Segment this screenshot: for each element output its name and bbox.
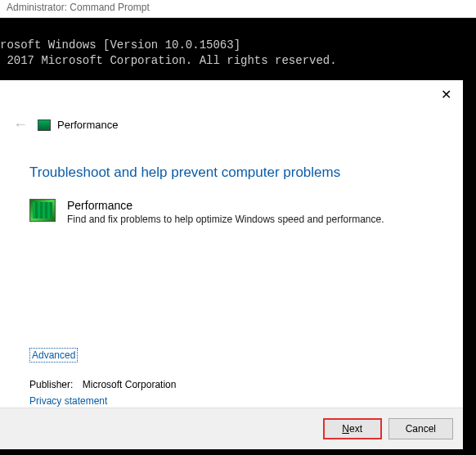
publisher-name: Microsoft Corporation — [83, 379, 177, 390]
item-text: Performance Find and fix problems to hel… — [67, 199, 384, 225]
troubleshooter-item: Performance Find and fix problems to hel… — [29, 199, 433, 225]
close-icon[interactable]: ✕ — [441, 87, 451, 102]
dialog-content: Troubleshoot and help prevent computer p… — [0, 133, 463, 408]
publisher-label: Publisher: — [29, 379, 73, 390]
cancel-button[interactable]: Cancel — [388, 418, 453, 439]
dialog-footer: Next Cancel — [0, 408, 463, 449]
cmd-version-line: rosoft Windows [Version 10.0.15063] — [0, 38, 240, 52]
main-heading: Troubleshoot and help prevent computer p… — [29, 164, 433, 181]
cmd-title-text: Administrator: Command Prompt — [7, 2, 150, 13]
next-button[interactable]: Next — [323, 418, 382, 439]
dialog-header: ← Performance — [0, 80, 463, 133]
dialog-header-title: Performance — [57, 119, 118, 131]
cmd-title-bar: Administrator: Command Prompt — [0, 0, 476, 18]
advanced-link[interactable]: Advanced — [29, 348, 78, 363]
publisher-row: Publisher: Microsoft Corporation — [29, 379, 433, 390]
cmd-copyright-line: 2017 Microsoft Corporation. All rights r… — [0, 54, 337, 67]
performance-header-icon — [38, 119, 51, 131]
item-description: Find and fix problems to help optimize W… — [67, 214, 384, 225]
item-title: Performance — [67, 199, 384, 212]
troubleshooter-dialog: ✕ ← Performance Troubleshoot and help pr… — [0, 80, 463, 442]
performance-item-icon — [29, 199, 56, 222]
back-arrow-icon: ← — [10, 116, 31, 133]
privacy-statement-link[interactable]: Privacy statement — [29, 395, 107, 407]
